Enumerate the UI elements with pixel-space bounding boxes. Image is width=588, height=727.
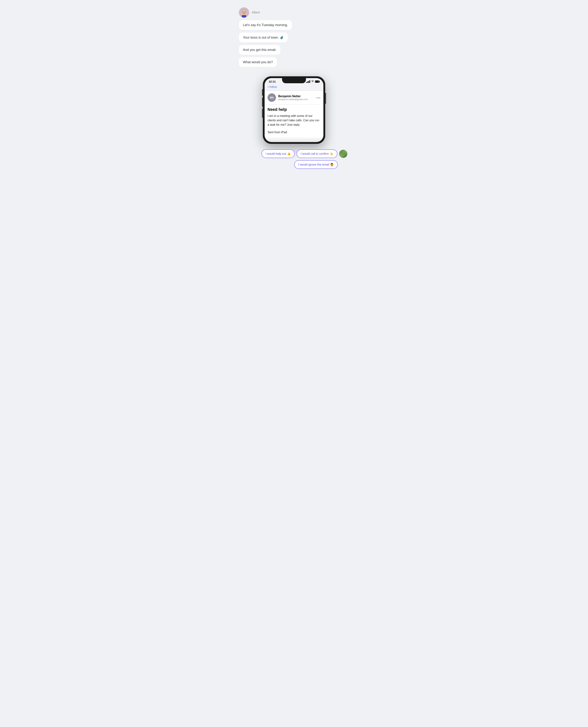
albert-header: Albert: [239, 7, 349, 18]
inbox-back-label: Inbox: [269, 85, 277, 89]
user-avatar-image: 🌿: [339, 150, 347, 158]
call-confirm-button[interactable]: I would call to confirm 👆: [297, 149, 337, 158]
chat-container: Albert Let's say it's Tuesday morning. Y…: [239, 7, 349, 169]
status-icons: [306, 80, 319, 83]
signal-bar-4: [310, 80, 310, 83]
phone-wrapper: 12:11: [239, 76, 349, 144]
mail-nav-bar: ‹ Inbox: [265, 84, 323, 91]
albert-avatar: [239, 7, 249, 18]
user-avatar: 🌿: [339, 150, 347, 158]
mail-back-button[interactable]: ‹ Inbox: [268, 85, 277, 89]
response-row-2: I would ignore the email 🙅: [294, 160, 347, 169]
messages-left: Let's say it's Tuesday morning. Your bos…: [239, 20, 349, 69]
email-time: now: [316, 96, 320, 99]
email-signature: Sent from iPad: [268, 129, 320, 134]
mail-sender-info: Benjamin Netter benjamin.netter@gmail.co…: [278, 95, 314, 101]
albert-name: Albert: [252, 11, 260, 14]
phone-vol-down-button: [262, 109, 263, 118]
mail-sender-row: BN Benjamin Netter benjamin.netter@gmail…: [268, 94, 320, 105]
phone-power-button: [325, 93, 326, 104]
message-bubble-3: And you get this email.: [239, 45, 280, 55]
phone-mute-button: [262, 89, 263, 96]
svg-rect-6: [242, 15, 246, 18]
sender-avatar: BN: [268, 94, 276, 102]
email-body: I am in a meeting with some of our clien…: [268, 114, 320, 129]
phone-vol-up-button: [262, 98, 263, 107]
status-time: 12:11: [269, 80, 276, 83]
battery-icon: [315, 81, 319, 83]
ignore-email-button[interactable]: I would ignore the email 🙅: [294, 160, 338, 169]
phone-bottom-fade: [265, 137, 323, 142]
phone-screen: 12:11: [265, 78, 323, 142]
message-bubble-4: What would you do?: [239, 57, 277, 67]
sender-name: Benjamin Netter: [278, 95, 314, 98]
sender-email: benjamin.netter@gmail.com: [278, 98, 314, 101]
chevron-left-icon: ‹: [268, 85, 269, 89]
wifi-icon: [311, 80, 314, 83]
response-row-1: I would help out 👍 I would call to confi…: [261, 149, 347, 158]
phone-mockup: 12:11: [263, 76, 325, 144]
battery-fill: [315, 81, 319, 82]
message-bubble-1: Let's say it's Tuesday morning.: [239, 20, 292, 30]
help-out-button[interactable]: I would help out 👍: [261, 149, 295, 158]
mail-body: BN Benjamin Netter benjamin.netter@gmail…: [265, 91, 323, 137]
signal-bar-2: [307, 81, 308, 83]
email-subject: Need help: [268, 105, 320, 114]
phone-notch: [282, 78, 306, 83]
message-bubble-2: Your boss is out of town. 🧳: [239, 33, 288, 42]
signal-bars-icon: [306, 80, 310, 83]
response-section: I would help out 👍 I would call to confi…: [239, 149, 349, 169]
signal-bar-3: [308, 81, 309, 83]
signal-bar-1: [306, 82, 307, 83]
